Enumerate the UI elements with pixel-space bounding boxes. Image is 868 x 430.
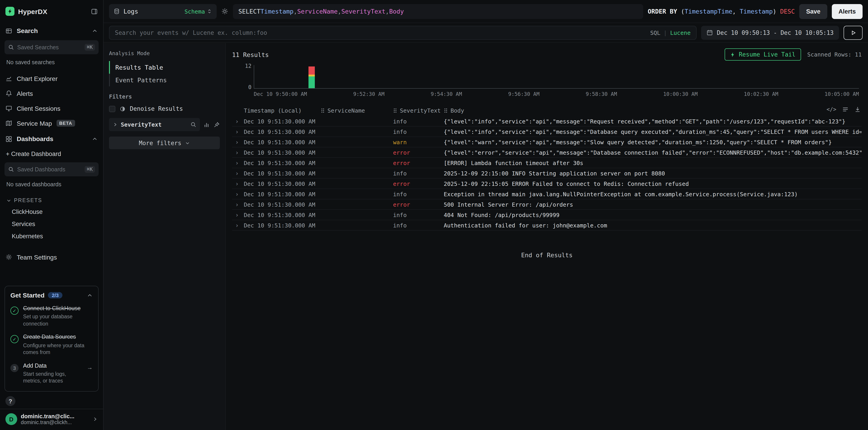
download-icon[interactable] — [855, 106, 861, 112]
event-search-input[interactable] — [115, 29, 647, 36]
run-query-button[interactable] — [844, 26, 863, 39]
monitor-icon — [5, 105, 12, 112]
column-header-servicename[interactable]: ServiceName — [321, 107, 393, 114]
table-row[interactable]: Dec 10 9:51:30.000 AMinfoAuthentication … — [232, 220, 862, 231]
facet-chart-icon[interactable] — [204, 122, 210, 128]
get-started-item-create-data-sources[interactable]: ✓ Create Data Sources Configure where yo… — [10, 333, 93, 356]
sidebar-item-search[interactable]: Search — [0, 23, 103, 39]
expand-row-icon[interactable] — [232, 170, 244, 176]
drag-handle-icon[interactable] — [444, 108, 448, 113]
denoise-icon — [119, 106, 126, 112]
get-started-item-add-data[interactable]: 3 Add Data Start sending logs, metrics, … — [10, 362, 93, 385]
facet-search-icon[interactable] — [190, 122, 196, 128]
table-row[interactable]: Dec 10 9:51:30.000 AMerror[ERROR] Lambda… — [232, 158, 862, 168]
pin-icon[interactable] — [214, 122, 220, 128]
sidebar-item-kubernetes-preset[interactable]: Kubernetes — [0, 230, 103, 242]
expand-row-icon[interactable] — [232, 222, 244, 229]
events-histogram[interactable]: 12 0 — [254, 65, 859, 89]
date-range-picker[interactable]: Dec 10 09:50:13 - Dec 10 10:05:13 — [701, 26, 839, 39]
user-menu[interactable]: D dominic.tran@clic... dominic.tran@clic… — [0, 409, 103, 430]
sidebar-item-services-preset[interactable]: Services — [0, 218, 103, 230]
expand-row-icon[interactable] — [232, 191, 244, 197]
sidebar-item-team-settings[interactable]: Team Settings — [0, 250, 103, 265]
presets-toggle[interactable]: PRESETS — [0, 193, 103, 206]
table-row[interactable]: Dec 10 9:51:30.000 AMinfo{"level":"info"… — [232, 127, 862, 137]
table-row[interactable]: Dec 10 9:51:30.000 AMinfo{"level":"info"… — [232, 116, 862, 127]
get-started-header[interactable]: Get Started 2/3 — [10, 292, 93, 299]
get-started-item-text: Create Data Sources Configure where your… — [23, 333, 93, 356]
expand-row-icon[interactable] — [232, 201, 244, 208]
lucene-toggle[interactable]: Lucene — [670, 29, 690, 36]
denoise-results-toggle[interactable]: Denoise Results — [109, 105, 220, 112]
table-row[interactable]: Dec 10 9:51:30.000 AMinfo2025-12-09 22:1… — [232, 168, 862, 178]
column-header-timestamp[interactable]: Timestamp (Local) — [244, 107, 321, 114]
saved-searches-search[interactable]: ⌘K — [4, 40, 99, 54]
row-density-icon[interactable] — [842, 106, 848, 112]
sidebar-item-alerts[interactable]: Alerts — [0, 86, 103, 101]
saved-searches-input[interactable] — [17, 44, 82, 51]
resume-live-tail-button[interactable]: Resume Live Tail — [725, 48, 801, 61]
nav-label: Dashboards — [17, 135, 53, 142]
table-row[interactable]: Dec 10 9:51:30.000 AMerror500 Internal S… — [232, 199, 862, 210]
chevron-down-icon — [6, 198, 11, 203]
drag-handle-icon[interactable] — [321, 108, 325, 113]
denoise-checkbox[interactable] — [109, 106, 115, 112]
event-search-bar[interactable]: SQL | Lucene — [109, 26, 696, 39]
sidebar-item-client-sessions[interactable]: Client Sessions — [0, 101, 103, 116]
tab-event-patterns[interactable]: Event Patterns — [110, 74, 220, 86]
drag-handle-icon[interactable] — [393, 108, 397, 113]
toggle-divider: | — [663, 29, 667, 36]
create-dashboard-button[interactable]: + Create Dashboard — [0, 147, 103, 161]
save-button[interactable]: Save — [799, 4, 827, 19]
more-filters-button[interactable]: More filters — [109, 137, 220, 149]
analysis-mode-label: Analysis Mode — [109, 50, 220, 57]
histogram-bar[interactable] — [308, 67, 315, 88]
expand-row-icon[interactable] — [232, 180, 244, 187]
column-header-severitytext[interactable]: SeverityText — [393, 107, 444, 114]
table-row[interactable]: Dec 10 9:51:30.000 AMerror2025-12-09 22:… — [232, 178, 862, 189]
expand-row-icon[interactable] — [232, 211, 244, 218]
saved-dashboards-input[interactable] — [17, 166, 82, 172]
sql-toggle[interactable]: SQL — [650, 29, 660, 36]
sql-column: ServiceName — [297, 8, 338, 15]
hyperdx-app: HyperDX Search ⌘K No saved searches — [0, 0, 868, 430]
help-button[interactable]: ? — [5, 396, 16, 406]
expand-row-icon[interactable] — [232, 149, 244, 156]
sidebar-collapse-icon[interactable] — [91, 8, 98, 15]
denoise-label: Denoise Results — [130, 105, 183, 112]
alerts-button[interactable]: Alerts — [832, 4, 863, 19]
source-select[interactable]: Logs Schema — [109, 4, 217, 19]
table-row[interactable]: Dec 10 9:51:30.000 AMinfoException in th… — [232, 189, 862, 199]
step-number-badge: 3 — [10, 364, 19, 372]
expand-row-icon[interactable] — [232, 139, 244, 145]
severity-facet[interactable]: SeverityText — [109, 118, 200, 131]
saved-dashboards-search[interactable]: ⌘K — [4, 162, 99, 176]
nav-label: Client Sessions — [17, 105, 60, 112]
source-settings-gear-icon[interactable] — [221, 8, 228, 15]
bar-segment-info — [308, 76, 315, 88]
code-view-icon[interactable]: </> — [827, 106, 836, 112]
column-header-body[interactable]: Body — [444, 107, 862, 114]
more-filters-label: More filters — [139, 139, 181, 146]
no-saved-dashboards-text: No saved dashboards — [0, 178, 103, 193]
table-row[interactable]: Dec 10 9:51:30.000 AMwarn{"level":"warn"… — [232, 137, 862, 147]
tab-results-table[interactable]: Results Table — [110, 61, 220, 74]
sidebar-item-dashboards[interactable]: Dashboards — [0, 131, 103, 147]
no-saved-searches-text: No saved searches — [0, 56, 103, 71]
nav-label: Team Settings — [17, 254, 57, 261]
sidebar-item-service-map[interactable]: Service Map BETA — [0, 116, 103, 131]
get-started-item-desc: Start sending logs, metrics, or traces — [23, 371, 82, 385]
log-body: Authentication failed for user: john@exa… — [444, 222, 862, 229]
results-table: Timestamp (Local) ServiceName SeverityTe… — [232, 104, 862, 231]
expand-row-icon[interactable] — [232, 118, 244, 125]
sidebar-item-clickhouse-preset[interactable]: ClickHouse — [0, 206, 103, 218]
expand-row-icon[interactable] — [232, 159, 244, 166]
get-started-item-connect-clickhouse[interactable]: ✓ Connect to ClickHouse Set up your data… — [10, 305, 93, 328]
table-row[interactable]: Dec 10 9:51:30.000 AMerror{"level":"erro… — [232, 147, 862, 158]
severity-badge: warn — [393, 139, 444, 145]
table-row[interactable]: Dec 10 9:51:30.000 AMinfo404 Not Found: … — [232, 210, 862, 220]
sidebar-item-chart-explorer[interactable]: Chart Explorer — [0, 71, 103, 86]
expand-row-icon[interactable] — [232, 128, 244, 135]
severity-badge: info — [393, 118, 444, 125]
sql-select-input[interactable]: SELECT Timestamp,ServiceName,SeverityTex… — [233, 4, 643, 19]
